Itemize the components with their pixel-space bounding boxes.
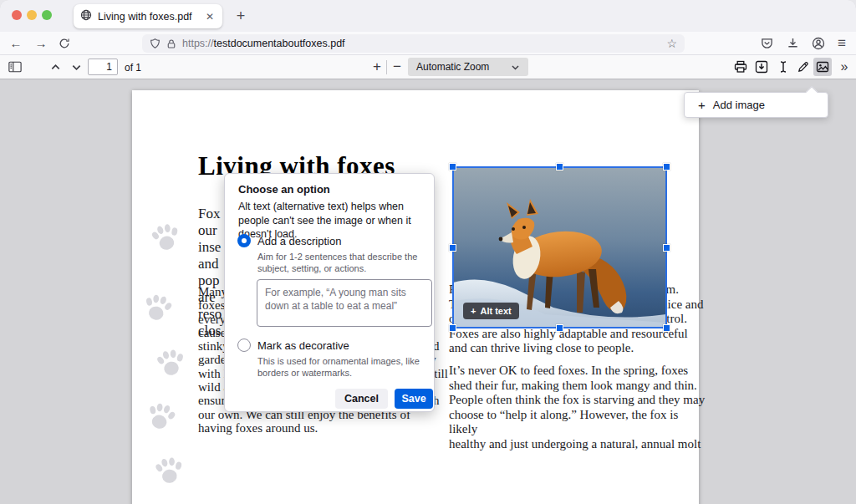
forward-button[interactable]: → bbox=[32, 34, 50, 53]
tab-close-icon[interactable]: ✕ bbox=[204, 11, 216, 23]
mark-decorative-radio[interactable] bbox=[237, 339, 251, 352]
doc-line: People often think the fox is starving a… bbox=[449, 393, 708, 408]
pdf-toolbar: of 1 + − Automatic Zoom bbox=[0, 55, 856, 79]
doc-line: choose to “help it along.” However, the … bbox=[449, 408, 708, 437]
globe-icon bbox=[80, 9, 92, 24]
doc-line: Fox bbox=[198, 206, 222, 222]
dialog-title: Choose an option bbox=[238, 183, 330, 196]
selection-handle-n[interactable] bbox=[556, 163, 563, 171]
selection-handle-w[interactable] bbox=[449, 244, 456, 252]
pocket-icon[interactable] bbox=[757, 34, 776, 53]
reload-button[interactable] bbox=[55, 34, 74, 53]
add-description-help: Aim for 1-2 sentences that describe the … bbox=[257, 251, 425, 274]
paw-print-icon bbox=[139, 290, 175, 328]
zoom-out-icon[interactable]: − bbox=[388, 58, 406, 76]
tab-bar: Living with foxes.pdf ✕ + bbox=[0, 0, 856, 32]
page-count-label: of 1 bbox=[125, 62, 141, 74]
doc-line: our bbox=[198, 222, 222, 239]
save-button[interactable]: Save bbox=[395, 389, 433, 409]
mark-decorative-label[interactable]: Mark as decorative bbox=[257, 339, 349, 352]
add-image-tool-icon[interactable] bbox=[813, 58, 832, 76]
zoom-select[interactable]: Automatic Zoom bbox=[408, 58, 528, 76]
doc-line: and can thrive living close to people. bbox=[449, 341, 704, 356]
window-zoom-button[interactable] bbox=[42, 10, 52, 20]
browser-tab[interactable]: Living with foxes.pdf ✕ bbox=[74, 4, 222, 28]
alt-text-button-label: Alt text bbox=[480, 306, 511, 316]
browser-window: Living with foxes.pdf ✕ + ← → https:/ bbox=[0, 0, 856, 504]
previous-page-icon[interactable] bbox=[46, 58, 64, 76]
fox-image[interactable]: + Alt text bbox=[453, 167, 666, 328]
paw-print-icon bbox=[142, 398, 179, 436]
selection-handle-sw[interactable] bbox=[449, 324, 456, 332]
paw-print-icon bbox=[147, 219, 184, 257]
selection-handle-ne[interactable] bbox=[663, 163, 670, 171]
alt-text-button[interactable]: + Alt text bbox=[463, 303, 519, 319]
doc-line: It’s never OK to feed foxes. In the spri… bbox=[449, 364, 708, 379]
plus-icon: + bbox=[471, 306, 476, 316]
zoom-select-value: Automatic Zoom bbox=[416, 61, 489, 73]
toolbar-divider bbox=[386, 60, 387, 74]
url-scheme: https:// bbox=[182, 38, 214, 49]
add-description-label[interactable]: Add a description bbox=[257, 235, 341, 247]
bookmark-star-icon[interactable]: ☆ bbox=[666, 37, 677, 50]
paw-print-icon bbox=[152, 454, 186, 490]
paw-print-icon bbox=[153, 345, 188, 382]
selection-handle-se[interactable] bbox=[663, 324, 670, 332]
alt-text-dialog: Choose an option Alt text (alternative t… bbox=[224, 173, 435, 412]
menu-hamburger-icon[interactable]: ≡ bbox=[833, 34, 851, 53]
back-button[interactable]: ← bbox=[7, 34, 25, 53]
url-text: https://testdocumentaboutfoxes.pdf bbox=[182, 38, 660, 49]
window-minimize-button[interactable] bbox=[27, 10, 37, 20]
chevron-down-icon bbox=[511, 63, 520, 72]
mark-decorative-help: This is used for ornamental images, like… bbox=[257, 355, 435, 379]
selection-handle-e[interactable] bbox=[663, 244, 670, 252]
cancel-button[interactable]: Cancel bbox=[335, 389, 388, 409]
selection-handle-nw[interactable] bbox=[449, 163, 456, 171]
doc-line: healthy and just undergoing a natural, a… bbox=[449, 437, 708, 452]
add-description-radio[interactable] bbox=[237, 234, 251, 247]
add-image-label: Add image bbox=[713, 99, 765, 111]
zoom-in-icon[interactable]: + bbox=[368, 58, 386, 76]
url-bar[interactable]: https://testdocumentaboutfoxes.pdf ☆ bbox=[142, 34, 685, 53]
next-page-icon[interactable] bbox=[67, 58, 85, 76]
downloads-icon[interactable] bbox=[783, 34, 802, 53]
toolbar-more-icon[interactable]: » bbox=[835, 58, 853, 76]
selection-handle-s[interactable] bbox=[556, 324, 563, 332]
text-select-icon[interactable] bbox=[774, 58, 792, 76]
draw-pencil-icon[interactable] bbox=[793, 58, 812, 76]
add-image-popup[interactable]: + Add image bbox=[684, 92, 828, 118]
print-icon[interactable] bbox=[731, 58, 750, 76]
window-close-button[interactable] bbox=[12, 10, 22, 20]
new-tab-button[interactable]: + bbox=[231, 7, 251, 27]
doc-line: inse bbox=[198, 239, 222, 256]
right-column-paragraph-2: It’s never OK to feed foxes. In the spri… bbox=[449, 364, 708, 451]
doc-line: shed their fur, making them look mangy a… bbox=[449, 379, 708, 394]
navigation-toolbar: ← → https://testdocumentaboutfoxes.pdf ☆ bbox=[0, 32, 856, 55]
shield-icon[interactable] bbox=[150, 38, 160, 49]
sidebar-toggle-icon[interactable] bbox=[6, 58, 24, 76]
doc-line: having foxes around us. bbox=[198, 421, 457, 435]
save-file-icon[interactable] bbox=[752, 58, 771, 76]
page-number-input[interactable] bbox=[88, 59, 118, 75]
lock-icon[interactable] bbox=[166, 38, 176, 49]
url-host: testdocumentaboutfoxes.pdf bbox=[214, 38, 345, 49]
alt-text-input[interactable] bbox=[257, 279, 432, 327]
doc-line: and bbox=[198, 256, 222, 272]
account-icon[interactable] bbox=[809, 34, 828, 53]
plus-icon: + bbox=[698, 98, 706, 112]
tab-title: Living with foxes.pdf bbox=[98, 11, 198, 23]
